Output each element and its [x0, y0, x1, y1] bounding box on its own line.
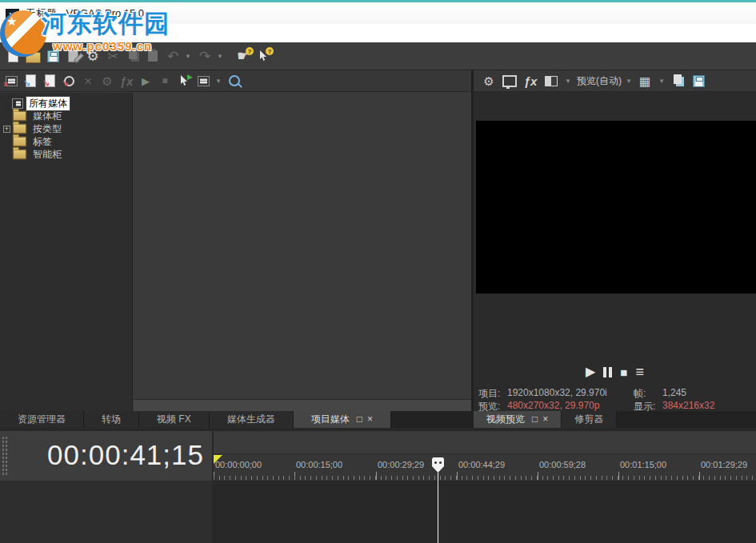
- grip-handle[interactable]: [2, 436, 8, 476]
- copy-button[interactable]: [123, 46, 142, 66]
- capture-video-button[interactable]: ↘: [41, 72, 58, 90]
- preview-quality-dropdown[interactable]: ▾: [624, 71, 634, 90]
- dock-tab[interactable]: 转场: [84, 411, 139, 428]
- bin-icon: [13, 137, 26, 147]
- overlays-button[interactable]: ▦: [636, 72, 654, 90]
- dock-tab[interactable]: 视频 FX: [139, 411, 210, 428]
- tree-row[interactable]: + 智能柜: [0, 148, 132, 161]
- dock-tab[interactable]: 资源管理器: [0, 411, 84, 428]
- copy-snapshot-button[interactable]: [669, 72, 686, 90]
- question-badge-icon: ?: [246, 47, 254, 55]
- save-snapshot-button[interactable]: [690, 72, 707, 90]
- save-project-button[interactable]: [43, 46, 62, 66]
- properties-icon: [68, 50, 78, 62]
- marker-bar[interactable]: [214, 431, 756, 453]
- split-screen-dropdown[interactable]: ▾: [563, 71, 573, 90]
- gear-icon: ⚙: [102, 75, 112, 87]
- media-bin-tree: + 所有媒体 + 媒体柜 + 按类型 + 标签 +: [0, 93, 133, 411]
- play-button[interactable]: ▶: [586, 365, 595, 378]
- tab-label: 视频 FX: [157, 411, 191, 428]
- video-display[interactable]: [476, 121, 756, 293]
- preview-quality-label[interactable]: 预览(自动): [577, 74, 622, 88]
- dock-tab[interactable]: 项目媒体 □ ×: [294, 411, 391, 428]
- views-dropdown[interactable]: ▾: [214, 71, 223, 90]
- tab-label: 视频预览: [486, 411, 525, 428]
- title-bar: V 无标题 - VEGAS Pro 15.0: [0, 0, 756, 24]
- playhead-line: [438, 473, 438, 543]
- undo-icon: ↶: [167, 50, 178, 63]
- undo-button[interactable]: ↶: [163, 46, 182, 66]
- project-video-properties-button[interactable]: ⚙: [480, 72, 498, 90]
- video-preview-toolbar: ⚙ ƒx ▾ 预览(自动) ▾ ▦ ▾: [474, 70, 756, 92]
- tick-label: 00:01:15;00: [620, 460, 666, 469]
- stop-preview-button[interactable]: ■: [156, 72, 174, 90]
- chevron-down-icon: ▾: [218, 52, 222, 60]
- media-properties-button[interactable]: ⚙: [98, 72, 116, 90]
- start-preview-button[interactable]: ▶: [137, 72, 154, 90]
- redo-icon: ↷: [199, 50, 210, 63]
- split-screen-icon: [545, 76, 558, 86]
- question-badge-icon: ?: [266, 47, 274, 55]
- close-tab-icon[interactable]: ×: [367, 411, 373, 428]
- tree-item-label: 智能柜: [30, 148, 64, 162]
- copy-icon: [129, 50, 137, 59]
- overlays-dropdown[interactable]: ▾: [657, 71, 666, 90]
- paste-button[interactable]: [143, 46, 162, 66]
- views-list-icon: [198, 76, 210, 86]
- redo-button[interactable]: ↷: [195, 46, 214, 66]
- tree-item-label: 媒体柜: [30, 110, 64, 123]
- new-bin-button[interactable]: ×: [2, 72, 20, 90]
- restore-tab-icon[interactable]: □: [532, 411, 538, 428]
- tree-row[interactable]: + 按类型: [0, 122, 132, 135]
- search-media-button[interactable]: [226, 72, 243, 90]
- delete-x-icon: ×: [84, 74, 92, 88]
- split-screen-view-button[interactable]: [542, 72, 560, 90]
- app-icon: V: [6, 9, 19, 22]
- pause-bar-icon: [609, 367, 612, 377]
- time-ruler[interactable]: 00:00:00;00 00:00:15;00 00:00:29;29 00:0…: [214, 453, 756, 481]
- restore-tab-icon[interactable]: □: [357, 411, 362, 428]
- redo-dropdown[interactable]: ▾: [215, 46, 225, 66]
- chevron-down-icon: ▾: [566, 77, 570, 85]
- video-output-fx-button[interactable]: ƒx: [522, 72, 539, 90]
- toolbar-separator: [227, 46, 234, 66]
- dock-tab-row: 资源管理器 转场 视频 FX 媒体生成器 项目媒体 □ × 视频预览: [0, 411, 756, 428]
- views-button[interactable]: [194, 72, 212, 90]
- tree-row[interactable]: + 所有媒体: [0, 97, 132, 110]
- interactive-tutorials-button[interactable]: ☛ ?: [234, 46, 253, 66]
- undo-dropdown[interactable]: ▾: [183, 46, 193, 66]
- expand-plus-icon[interactable]: +: [3, 126, 10, 133]
- stop-button[interactable]: ■: [620, 366, 627, 378]
- open-project-button[interactable]: [23, 46, 42, 66]
- project-media-toolbar: × ↘ ↘ ↘ × ⚙ ƒx ▶ ■ ▶ ▾: [0, 70, 471, 92]
- whats-this-help-button[interactable]: ?: [254, 46, 273, 66]
- extract-audio-button[interactable]: ↘: [60, 72, 78, 90]
- settings-button[interactable]: ⚙: [83, 46, 102, 66]
- chevron-down-icon: ▾: [660, 77, 664, 85]
- external-monitor-button[interactable]: [501, 72, 518, 90]
- transport-controls: ▶ ■ ≡: [474, 363, 756, 381]
- project-properties-button[interactable]: [63, 46, 82, 66]
- new-project-button[interactable]: [3, 46, 22, 66]
- pause-button[interactable]: [603, 367, 612, 377]
- tick-line: [214, 472, 214, 480]
- cut-button[interactable]: ✂: [103, 46, 122, 66]
- copy-snapshot-icon: [674, 74, 682, 84]
- time-display[interactable]: 00:00:41;15: [0, 431, 212, 481]
- remove-media-button[interactable]: ×: [79, 72, 97, 90]
- timeline-section: 00:00:41;15 00:00:00;00 00:00:15;00 00:0…: [0, 428, 756, 543]
- dock-tab[interactable]: 修剪器: [562, 411, 617, 428]
- transport-menu-button[interactable]: ≡: [635, 365, 644, 379]
- close-tab-icon[interactable]: ×: [542, 411, 548, 428]
- horizontal-scrollbar[interactable]: [134, 399, 471, 411]
- tree-row[interactable]: + 媒体柜: [0, 110, 132, 122]
- media-list-area[interactable]: [134, 93, 471, 411]
- auto-preview-button[interactable]: ▶: [175, 72, 193, 90]
- import-media-button[interactable]: ↘: [22, 72, 39, 90]
- tick-line: [618, 472, 619, 480]
- grid-icon: ▦: [639, 75, 650, 87]
- dock-tab[interactable]: 视频预览 □ ×: [474, 411, 562, 428]
- media-fx-button[interactable]: ƒx: [118, 72, 135, 90]
- dock-tab[interactable]: 媒体生成器: [210, 411, 294, 428]
- tree-row[interactable]: + 标签: [0, 135, 132, 148]
